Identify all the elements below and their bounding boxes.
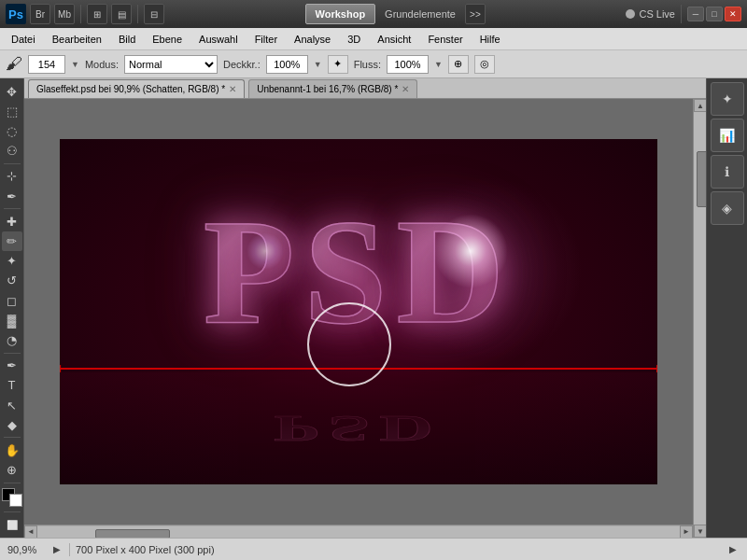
separator3 [681, 5, 682, 23]
scroll-up-button[interactable]: ▲ [694, 99, 706, 112]
menu-item-datei[interactable]: Datei [4, 32, 43, 47]
tab-close-unbenannt[interactable]: ✕ [402, 84, 409, 94]
shape-tool[interactable]: ◆ [2, 415, 22, 434]
flow-arrow[interactable]: ▼ [434, 60, 443, 69]
opacity-field[interactable] [266, 55, 308, 74]
scroll-h-track[interactable] [37, 526, 680, 538]
clone-stamp-tool[interactable]: ✦ [2, 252, 22, 271]
color-swatch[interactable] [2, 488, 22, 507]
scroll-v-thumb[interactable] [697, 151, 706, 207]
menu-item-auswahl[interactable]: Auswahl [191, 32, 246, 47]
menu-item-analyse[interactable]: Analyse [287, 32, 338, 47]
menu-item-bild[interactable]: Bild [111, 32, 143, 47]
separator [80, 5, 81, 23]
status-arrow-button[interactable]: ▶ [726, 543, 740, 556]
scroll-right-button[interactable]: ► [680, 525, 693, 539]
airbrush-button[interactable]: ✦ [328, 55, 348, 74]
history-brush-tool[interactable]: ↺ [2, 272, 22, 290]
gradient-tool[interactable]: ▓ [2, 311, 22, 329]
photoshop-icon: Ps [6, 4, 26, 24]
menu-item-filter[interactable]: Filter [247, 32, 285, 47]
menu-item-bearbeiten[interactable]: Bearbeiten [45, 32, 109, 47]
scroll-down-button[interactable]: ▼ [694, 525, 706, 538]
menubar: DateiBearbeitenBildEbeneAuswahlFilterAna… [0, 28, 747, 50]
flow-field[interactable] [387, 55, 429, 74]
flow-label: Fluss: [354, 59, 381, 70]
pen-tool[interactable]: ✒ [2, 357, 22, 375]
glass-letter-d: D [397, 186, 514, 358]
quick-select-tool[interactable]: ⚇ [2, 142, 22, 161]
extras-button[interactable]: ▤ [111, 4, 132, 24]
eyedropper-tool[interactable]: ✒ [2, 187, 22, 205]
swatches-panel-button[interactable]: ◈ [711, 191, 744, 225]
histogram-panel-button[interactable]: 📊 [711, 119, 744, 152]
dodge-tool[interactable]: ◔ [2, 330, 22, 349]
menu-item-ansicht[interactable]: Ansicht [370, 32, 418, 47]
status-nav-button[interactable]: ▶ [50, 543, 63, 556]
tablet-pressure-btn[interactable]: ◎ [474, 55, 495, 74]
brush-tool-icon: 🖌 [6, 54, 22, 74]
quick-mask-button[interactable]: ⬜ [2, 515, 22, 534]
workshop-workspace-button[interactable]: Workshop [305, 4, 376, 24]
bridge-button[interactable]: Br [30, 4, 50, 24]
options-bar: 🖌 ▼ Modus: Normal Deckkr.: ▼ ✦ Fluss: ▼ … [0, 50, 747, 78]
background-color[interactable] [9, 494, 22, 507]
path-select-tool[interactable]: ↖ [2, 396, 22, 414]
zoom-level: 90,9% [7, 544, 45, 555]
minimize-button[interactable]: ─ [687, 7, 704, 21]
tab-glaseffekt[interactable]: Glaseffekt.psd bei 90,9% (Schatten, RGB/… [28, 79, 245, 98]
opacity-label: Deckkr.: [223, 59, 261, 70]
tool-sep2 [4, 208, 21, 209]
close-button[interactable]: ✕ [725, 7, 741, 21]
cslive-dot [626, 9, 635, 19]
tool-sep5 [4, 483, 21, 483]
brush-size-field[interactable] [28, 55, 65, 74]
tool-sep4 [4, 437, 21, 438]
more-workspaces-button[interactable]: >> [465, 4, 486, 24]
compass-panel-button[interactable]: ✦ [711, 82, 744, 116]
tool-sep1 [4, 163, 21, 164]
marquee-tool[interactable]: ⬚ [2, 102, 22, 120]
scroll-left-button[interactable]: ◄ [24, 525, 37, 539]
grundelemente-workspace-button[interactable]: Grundelemente [379, 6, 461, 22]
menu-item-ebene[interactable]: Ebene [145, 32, 190, 47]
menu-item-fenster[interactable]: Fenster [420, 32, 470, 47]
scroll-v-track[interactable] [694, 112, 706, 525]
brush-tool[interactable]: ✏ [2, 231, 22, 250]
hand-tool[interactable]: ✋ [2, 441, 22, 459]
canvas-scroll: P S D PSD [24, 99, 706, 538]
document-canvas[interactable]: P S D PSD [60, 139, 657, 484]
left-toolbar: ✥ ⬚ ◌ ⚇ ⊹ ✒ ✚ ✏ ✦ ↺ ◻ ▓ ◔ ✒ T ↖ ◆ ✋ ⊕ ⬜ [0, 78, 24, 538]
move-tool[interactable]: ✥ [2, 82, 22, 101]
crop-tool[interactable]: ⊹ [2, 167, 22, 186]
horizontal-scrollbar[interactable]: ◄ ► [24, 525, 693, 538]
tab-unbenannt[interactable]: Unbenannt-1 bei 16,7% (RGB/8) * ✕ [248, 79, 417, 98]
info-panel-button[interactable]: ℹ [711, 155, 744, 189]
separator2 [137, 5, 138, 23]
zoom-tool[interactable]: ⊕ [2, 461, 22, 480]
lasso-tool[interactable]: ◌ [2, 121, 22, 140]
vertical-scrollbar[interactable]: ▲ ▼ [693, 99, 706, 538]
eraser-tool[interactable]: ◻ [2, 291, 22, 310]
size-arrow[interactable]: ▼ [71, 60, 79, 69]
arrange-button[interactable]: ⊟ [144, 4, 164, 24]
type-tool[interactable]: T [2, 376, 22, 395]
opacity-arrow[interactable]: ▼ [314, 60, 322, 69]
flow-icon-btn[interactable]: ⊕ [448, 55, 469, 74]
menu-item-hilfe[interactable]: Hilfe [472, 32, 508, 47]
scroll-h-thumb[interactable] [95, 529, 170, 539]
canvas-area: Glaseffekt.psd bei 90,9% (Schatten, RGB/… [24, 78, 706, 538]
tool-sep6 [4, 511, 21, 512]
mini-bridge-button[interactable]: Mb [54, 4, 75, 24]
window-controls: ─ □ ✕ [687, 7, 741, 21]
cslive-area: CS Live [626, 8, 675, 20]
tab-close-glaseffekt[interactable]: ✕ [229, 84, 236, 94]
screen-mode-button[interactable]: ⊞ [87, 4, 107, 24]
menu-item-3d[interactable]: 3D [340, 32, 368, 47]
tool-sep3 [4, 353, 21, 354]
cslive-label[interactable]: CS Live [639, 8, 675, 20]
canvas-wrapper[interactable]: P S D PSD [24, 99, 693, 525]
healing-brush-tool[interactable]: ✚ [2, 212, 22, 231]
mode-select[interactable]: Normal [124, 55, 218, 74]
maximize-button[interactable]: □ [706, 7, 723, 21]
